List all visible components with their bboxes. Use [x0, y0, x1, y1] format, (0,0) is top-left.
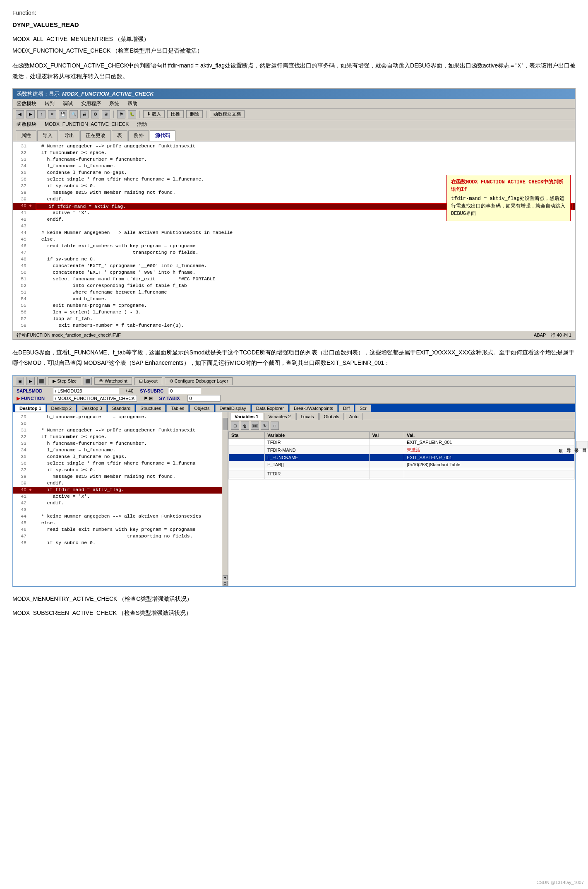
menu-item-util[interactable]: 实用程序	[79, 100, 103, 108]
menu-item-debug[interactable]: 调试	[61, 100, 74, 108]
col-variable: Variable	[265, 432, 370, 439]
dbg-line-45: 45 else.	[13, 520, 228, 527]
sep2	[139, 111, 140, 118]
dbg-line-33: 33 h_funcname-funcnumber = funcnumber.	[13, 441, 228, 447]
tab-changing[interactable]: 正在更改	[80, 130, 111, 141]
scroll-icons[interactable]: ⊡	[223, 581, 228, 586]
step-size-btn[interactable]: ▶ Step Size	[48, 377, 81, 385]
menu-item-system[interactable]: 系统	[108, 100, 121, 108]
vars-icon-5[interactable]: □	[271, 422, 279, 430]
var-val-7	[370, 477, 404, 479]
dbg-line-48: 48 if sy-subrc ne 0.	[13, 540, 228, 547]
function-label: Function:	[12, 8, 576, 17]
dtab-watchpoints[interactable]: Break./Watchpoints	[289, 405, 338, 412]
dtab-desktop2[interactable]: Desktop 2	[47, 405, 77, 412]
dtab-diff[interactable]: Diff	[338, 405, 354, 412]
dtab-objects[interactable]: Objects	[190, 405, 214, 412]
delete-btn[interactable]: 删除	[186, 110, 203, 118]
entry-1: MODX_ALL_ACTIVE_MENUENTRIES （菜单增强）	[12, 36, 576, 43]
vars-tab-globals[interactable]: Globals	[319, 413, 344, 420]
dtab-desktop1[interactable]: Desktop 1	[15, 405, 46, 412]
dtab-detaildisplay[interactable]: DetailDisplay	[215, 405, 251, 412]
layout-btn[interactable]: ⊞ Layout	[134, 377, 162, 385]
bottom-name-1: MODX_MENUENTRY_ACTIVE_CHECK	[12, 595, 117, 602]
vars-tab-2[interactable]: Variables 2	[264, 413, 295, 420]
up-icon[interactable]: ↑	[37, 110, 46, 118]
function-name: DYNP_VALUES_READ	[12, 20, 576, 30]
tab-source[interactable]: 源代码	[150, 130, 175, 141]
tab-exceptions[interactable]: 例外	[128, 130, 149, 141]
var-name-tfdir: TFDIR	[265, 439, 370, 446]
tab-import[interactable]: 导入	[37, 130, 58, 141]
slash-sep1: / 40	[122, 388, 137, 393]
dbg-line-38: 38 message e015 with member raising not_…	[13, 474, 228, 480]
code-line-52: 52 into corresponding fields of table f_…	[13, 283, 575, 289]
menu-item-help[interactable]: 帮助	[126, 100, 139, 108]
import-btn[interactable]: ⬇ 载入	[143, 110, 165, 118]
watch-icon: 👁	[99, 378, 103, 383]
menubar[interactable]: 函数模块 转到 调试 实用程序 系统 帮助	[13, 99, 575, 109]
compare-label: 比推	[171, 111, 180, 117]
dbg-line-34: 34 l_funcname = h_funcname.	[13, 447, 228, 454]
vars-icon-1[interactable]: ⊟	[231, 422, 239, 430]
debug-icon-2[interactable]: ▶	[26, 377, 35, 385]
doctext-btn[interactable]: 函数模块文档	[210, 110, 245, 118]
dtab-structures[interactable]: Structures	[136, 405, 166, 412]
dbg-line-37: 37 if sy-subrc >< 0.	[13, 467, 228, 474]
var-sta-3	[229, 454, 265, 461]
dtab-scr[interactable]: Scr	[355, 405, 371, 412]
sidebar-navigation[interactable]: 目 录 导 航	[576, 441, 588, 448]
var-val-6	[370, 470, 404, 477]
menu-item-funcmodule[interactable]: 函数模块	[15, 100, 38, 108]
code-line-48: 48 if sy-subrc ne 0.	[13, 256, 575, 263]
dbg-line-47: 47 transporting no fields.	[13, 533, 228, 540]
tab-tables[interactable]: 表	[112, 130, 127, 141]
sep3	[206, 111, 206, 118]
forward-icon[interactable]: ▶	[26, 110, 35, 118]
vars-tab-auto[interactable]: Auto	[345, 413, 363, 420]
stop-icon[interactable]: ✕	[48, 110, 56, 118]
sep1	[113, 111, 114, 118]
flag-icon[interactable]: ⚑	[117, 110, 125, 118]
settings-icon[interactable]: ⚙	[91, 110, 99, 118]
col-value: Val.	[404, 432, 574, 439]
tab-export[interactable]: 导出	[59, 130, 79, 141]
configure-btn[interactable]: ⚙ Configure Debugger Layer	[165, 377, 233, 385]
vars-icon-2[interactable]: 🗑	[241, 422, 249, 430]
code-line-55: 55 exit_numbers-program = cprogname.	[13, 303, 575, 309]
compare-btn[interactable]: 比推	[167, 110, 184, 118]
debug-icon-3[interactable]: ⬛	[37, 377, 46, 385]
statusbar: 行号\FUNCTION modx_function_active_check\I…	[13, 331, 575, 339]
watchpoint-btn[interactable]: 👁 Watchpoint	[94, 377, 132, 385]
vars-tab-1[interactable]: Variables 1	[230, 413, 263, 420]
menu-item-goto[interactable]: 转到	[43, 100, 56, 108]
callout-box: 在函数MODX_FUNCTION_ACTIVE_CHECK中的判断语句If tf…	[446, 175, 571, 221]
title-prefix: 函数构建器：显示	[17, 90, 60, 98]
dtab-desktop3[interactable]: Desktop 3	[77, 405, 107, 412]
back-icon[interactable]: ◀	[16, 110, 24, 118]
vars-icon-3[interactable]: ⊞⊞	[251, 422, 259, 430]
info-row-1: SAPLSMOD / LSMODU23 / 40 SY-SUBRC 0	[17, 388, 571, 394]
dtab-dataexplorer[interactable]: Data Explorer	[252, 405, 288, 412]
tab-attributes[interactable]: 属性	[16, 130, 36, 141]
var-row-empty2	[229, 477, 575, 479]
vars-icon-4[interactable]: ↻	[261, 422, 269, 430]
dtab-standard[interactable]: Standard	[108, 405, 135, 412]
vars-tab-locals[interactable]: Locals	[296, 413, 319, 420]
dbg-line-35: 35 condense l_funcname no-gaps.	[13, 454, 228, 460]
system-icon[interactable]: 🖥	[102, 110, 110, 118]
var-val-4	[370, 461, 404, 468]
code-scrollbar[interactable]: ▼ ⊡	[222, 412, 228, 586]
dtab-tables[interactable]: Tables	[166, 405, 189, 412]
find-icon[interactable]: 🔍	[70, 110, 78, 118]
scroll-down-icon[interactable]: ▼	[223, 575, 228, 580]
debug-icon-4[interactable]: ⬛	[84, 377, 92, 385]
bug-icon[interactable]: 🐛	[128, 110, 136, 118]
callout-title: 在函数MODX_FUNCTION_ACTIVE_CHECK中的判断语句If	[451, 178, 566, 193]
print-icon[interactable]: 🖨	[80, 110, 89, 118]
save-icon[interactable]: 💾	[59, 110, 67, 118]
debug-icon-1[interactable]: ▣	[16, 377, 24, 385]
code-scrollbar-thumb[interactable]	[223, 418, 228, 430]
code-line-34: 34 l_funcname = h_funcname.	[13, 163, 575, 170]
var-sta-6	[229, 470, 265, 477]
